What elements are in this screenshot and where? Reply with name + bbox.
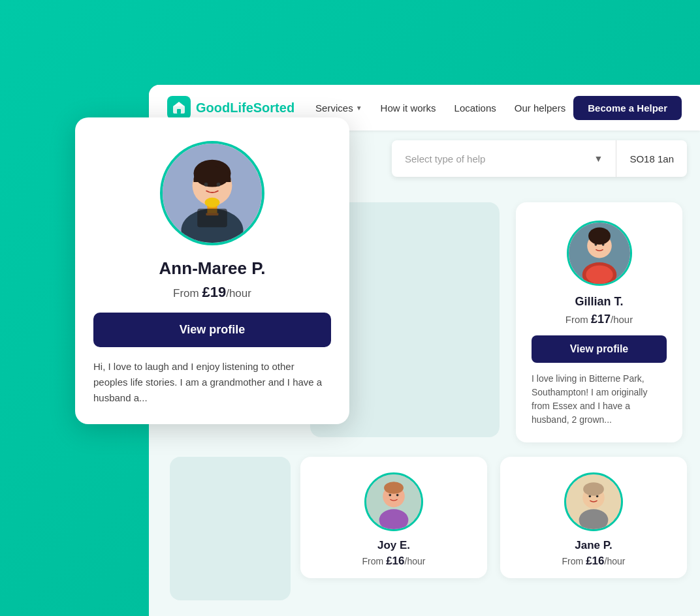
helper-card-joy: Joy E. From £16/hour: [300, 457, 487, 578]
helper-rate-ann-maree: From £19/hour: [173, 284, 251, 301]
logo[interactable]: GoodLifeSorted: [167, 96, 294, 119]
helper-card-gillian: Gillian T. From £17/hour View profile I …: [516, 202, 682, 442]
helper-bio-gillian: I love living in Bitterne Park, Southamp…: [532, 372, 667, 427]
svg-rect-27: [588, 495, 592, 497]
svg-point-35: [217, 183, 221, 187]
avatar-joy: [364, 472, 423, 531]
svg-rect-28: [596, 495, 599, 497]
svg-rect-2: [177, 109, 181, 114]
helper-name-gillian: Gillian T.: [575, 295, 623, 309]
view-profile-button-ann-maree[interactable]: View profile: [93, 313, 331, 347]
location-input[interactable]: SO18 1an: [616, 153, 687, 164]
avatar-gillian: [567, 221, 632, 286]
service-type-select[interactable]: Select type of help ▼: [392, 140, 616, 177]
become-helper-button[interactable]: Become a Helper: [573, 96, 682, 120]
helper-rate-jane: From £16/hour: [562, 555, 626, 568]
svg-rect-18: [389, 494, 392, 496]
svg-point-34: [204, 183, 208, 187]
helper-bio-ann-maree: Hi, I love to laugh and I enjoy listenin…: [93, 359, 331, 406]
svg-rect-39: [197, 209, 227, 228]
chevron-down-icon: ▼: [356, 104, 362, 112]
bottom-cards-section: Joy E. From £16/hour Jane P. From £16/ho: [300, 457, 687, 578]
nav-our-helpers[interactable]: Our helpers: [515, 102, 565, 114]
helper-rate-joy: From £16/hour: [362, 555, 426, 568]
helper-card-jane: Jane P. From £16/hour: [500, 457, 687, 578]
logo-text: GoodLifeSorted: [196, 100, 294, 116]
logo-icon: [167, 96, 191, 119]
helper-name-jane: Jane P.: [575, 539, 612, 552]
svg-point-37: [205, 198, 220, 208]
svg-point-6: [586, 266, 612, 284]
nav-links: Services ▼ How it works Locations Our he…: [315, 102, 573, 114]
popup-card-ann-maree: Ann-Maree P. From £19/hour View profile …: [75, 117, 349, 424]
svg-marker-1: [173, 102, 185, 106]
helper-card-placeholder-2: [170, 457, 291, 600]
select-placeholder: Select type of help: [405, 153, 594, 164]
helper-rate-gillian: From £17/hour: [565, 313, 633, 326]
search-bar: Select type of help ▼ SO18 1an: [392, 140, 687, 177]
nav-services[interactable]: Services ▼: [315, 102, 362, 114]
svg-rect-19: [396, 494, 400, 496]
select-chevron-icon: ▼: [594, 153, 603, 164]
avatar-jane: [564, 472, 623, 531]
view-profile-button-gillian[interactable]: View profile: [532, 335, 667, 363]
nav-how-it-works[interactable]: How it works: [381, 102, 436, 114]
nav-locations[interactable]: Locations: [454, 102, 496, 114]
avatar-ann-maree: [160, 141, 264, 245]
helper-name-joy: Joy E.: [377, 539, 410, 552]
helper-name-ann-maree: Ann-Maree P.: [159, 258, 266, 279]
